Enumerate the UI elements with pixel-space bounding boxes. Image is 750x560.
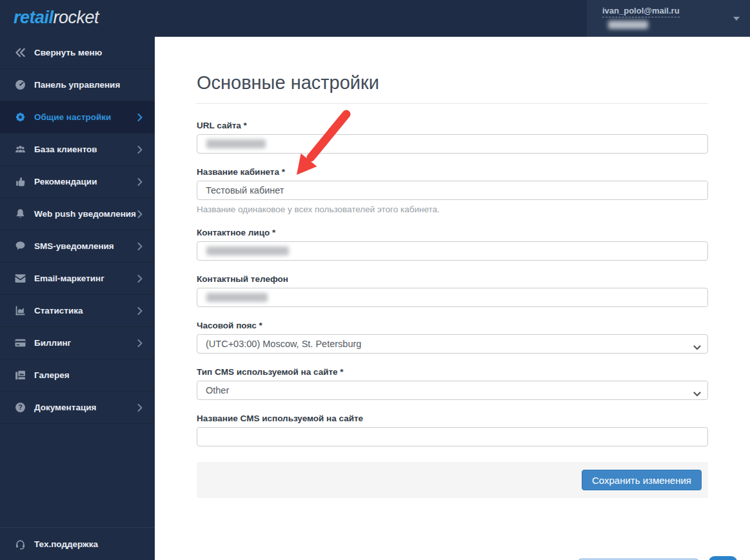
sidebar-item-tech-support[interactable]: Тех.поддержка: [0, 528, 155, 560]
sidebar-item-web-push[interactable]: Web push уведомления: [0, 198, 155, 230]
chevron-right-icon: [137, 145, 143, 154]
sidebar-item-sms[interactable]: SMS-уведомления: [0, 230, 155, 263]
chat-icon: [14, 241, 26, 252]
gear-icon: [14, 112, 26, 123]
main-content: Основные настройки URL сайта * Название …: [155, 37, 750, 560]
chevron-right-icon: [137, 403, 143, 412]
field-site-url: URL сайта *: [197, 121, 708, 154]
sidebar-item-email-marketing[interactable]: Email-маркетинг: [0, 263, 155, 295]
field-contact-person: Контактное лицо *: [197, 228, 708, 261]
field-hint: Название одинаковое у всех пользователей…: [197, 205, 708, 214]
sidebar-item-dashboard[interactable]: Панель управления: [0, 69, 155, 101]
chevron-down-icon: [693, 388, 701, 399]
cabinet-name-input[interactable]: [197, 181, 708, 200]
question-icon: ?: [14, 402, 26, 414]
credit-card-icon: [14, 337, 26, 349]
cms-name-input[interactable]: [197, 427, 708, 446]
chevron-down-icon: [733, 17, 740, 21]
contact-person-input[interactable]: [197, 241, 708, 261]
sidebar-item-general-settings[interactable]: Общие настройки: [0, 101, 155, 134]
chevron-right-icon: [137, 177, 143, 186]
sidebar: Свернуть меню Панель управления Общие на…: [0, 37, 155, 560]
bottom-actions: Помощь в интеграции ?: [578, 556, 737, 560]
retailrocket-logo[interactable]: retailrocket: [14, 8, 99, 28]
field-cms-type: Тип CMS используемой на сайте * Other: [197, 367, 708, 400]
save-bar: Сохранить изменения: [197, 462, 708, 498]
dashboard-icon: [14, 79, 26, 91]
thumbs-up-icon: [14, 176, 26, 188]
sidebar-item-statistics[interactable]: Статистика: [0, 295, 155, 327]
help-question-button[interactable]: ?: [709, 556, 737, 560]
fields-container: URL сайта * Название кабинета * Название…: [197, 121, 708, 446]
envelope-icon: [14, 273, 26, 285]
user-menu[interactable]: ivan_polol@mail.ru: [587, 0, 750, 37]
sidebar-item-documentation[interactable]: ? Документация: [0, 392, 155, 424]
sidebar-item-billing[interactable]: Биллинг: [0, 327, 155, 359]
timezone-select[interactable]: (UTC+03:00) Moscow, St. Petersburg: [197, 334, 708, 354]
user-subtitle-redacted: [608, 21, 648, 29]
field-timezone: Часовой пояс * (UTC+03:00) Moscow, St. P…: [197, 321, 708, 354]
field-contact-phone: Контактный телефон: [197, 274, 708, 307]
chevron-right-icon: [137, 242, 143, 250]
chevron-right-icon: [137, 306, 143, 315]
contact-phone-input[interactable]: [197, 288, 708, 307]
chevron-down-icon: [693, 341, 701, 353]
bell-icon: [14, 208, 26, 220]
user-email[interactable]: ivan_polol@mail.ru: [602, 6, 680, 17]
chevron-right-icon: [137, 113, 143, 121]
sidebar-item-client-base[interactable]: База клиентов: [0, 134, 155, 166]
topbar: retailrocket ivan_polol@mail.ru: [0, 0, 750, 37]
collapse-icon: [14, 47, 26, 59]
logo-part-rocket: rocket: [54, 8, 99, 27]
site-url-input[interactable]: [197, 134, 708, 154]
title-divider: [197, 103, 708, 104]
chart-icon: [14, 305, 26, 317]
sidebar-item-gallery[interactable]: Галерея: [0, 359, 155, 392]
gallery-icon: [14, 370, 26, 381]
cms-type-select[interactable]: Other: [197, 381, 708, 400]
save-changes-button[interactable]: Сохранить изменения: [582, 470, 702, 490]
sidebar-bottom: Тех.поддержка: [0, 527, 155, 560]
svg-text:?: ?: [18, 404, 22, 411]
chevron-right-icon: [137, 210, 143, 218]
sidebar-item-collapse-menu[interactable]: Свернуть меню: [0, 37, 155, 69]
headset-icon: [14, 538, 26, 550]
logo-part-retail: retail: [14, 8, 54, 27]
sidebar-nav: Свернуть меню Панель управления Общие на…: [0, 37, 155, 424]
users-icon: [14, 144, 26, 155]
chevron-right-icon: [137, 339, 143, 347]
field-cabinet-name: Название кабинета * Название одинаковое …: [197, 167, 708, 214]
sidebar-item-recommendations[interactable]: Рекомендации: [0, 166, 155, 198]
field-cms-name: Название CMS используемой на сайте: [197, 414, 708, 446]
chevron-right-icon: [137, 274, 143, 283]
settings-form: Основные настройки URL сайта * Название …: [155, 72, 750, 498]
page-title: Основные настройки: [197, 72, 708, 94]
page: retailrocket ivan_polol@mail.ru Свернуть…: [0, 0, 750, 560]
